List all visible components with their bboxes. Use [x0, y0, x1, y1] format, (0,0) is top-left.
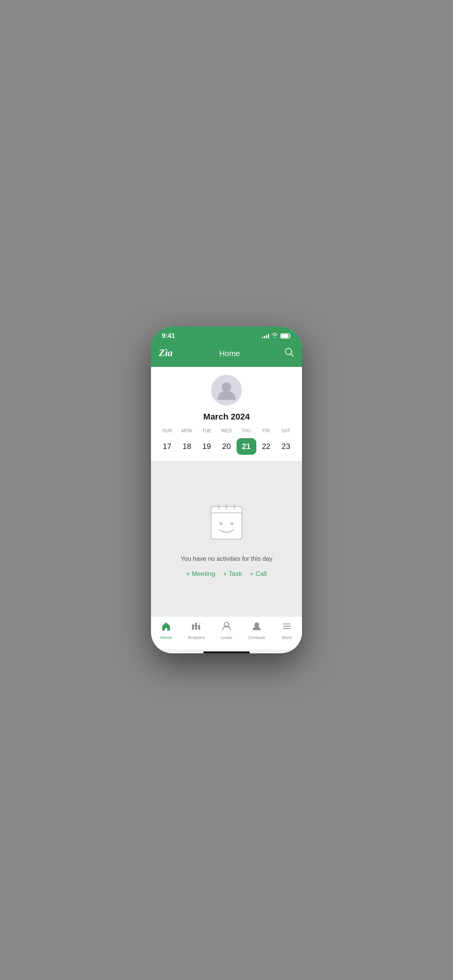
top-nav: Zìa Home: [151, 343, 302, 367]
date-22[interactable]: 22: [256, 438, 276, 455]
status-icons: [262, 333, 291, 339]
analytics-icon: [191, 621, 201, 634]
calendar-dates: 17 18 19 20 21 22 23: [157, 438, 296, 455]
search-button[interactable]: [284, 347, 294, 360]
add-task-button[interactable]: + Task: [223, 570, 242, 578]
wifi-icon: [271, 333, 278, 339]
nav-item-more[interactable]: More: [273, 621, 300, 640]
more-icon: [282, 621, 292, 634]
empty-state: You have no activities for this day + Me…: [151, 461, 302, 616]
weekday-sun: SUN: [157, 427, 177, 435]
date-23[interactable]: 23: [276, 438, 296, 455]
calendar-weekdays: SUN MON TUE WED THU FRI SAT: [157, 427, 296, 435]
status-time: 9:41: [162, 332, 175, 340]
weekday-wed: WED: [216, 427, 236, 435]
weekday-sat: SAT: [276, 427, 296, 435]
avatar: [211, 375, 242, 406]
date-21[interactable]: 21: [237, 438, 256, 455]
contacts-label: Contacts: [248, 635, 265, 640]
calendar-section: March 2024 SUN MON TUE WED THU FRI SAT 1…: [151, 412, 302, 461]
weekday-thu: THU: [237, 427, 256, 435]
add-meeting-button[interactable]: + Meeting: [186, 570, 215, 578]
weekday-tue: TUE: [197, 427, 216, 435]
more-label: More: [282, 635, 292, 640]
svg-point-4: [222, 382, 231, 392]
empty-illustration: [203, 500, 250, 546]
nav-item-analytics[interactable]: Analytics: [183, 621, 210, 640]
analytics-label: Analytics: [188, 635, 205, 640]
page-title: Home: [219, 349, 240, 358]
signal-icon: [262, 334, 269, 338]
status-bar: 9:41: [151, 327, 302, 343]
nav-item-contacts[interactable]: Contacts: [243, 621, 270, 640]
svg-rect-14: [198, 625, 200, 630]
date-18[interactable]: 18: [177, 438, 197, 455]
leads-label: Leads: [221, 635, 232, 640]
main-content: March 2024 SUN MON TUE WED THU FRI SAT 1…: [151, 367, 302, 616]
app-logo: Zìa: [159, 346, 175, 361]
home-icon: [161, 621, 171, 634]
svg-rect-1: [281, 334, 288, 338]
svg-text:Zìa: Zìa: [159, 347, 173, 358]
date-20[interactable]: 20: [216, 438, 236, 455]
svg-rect-5: [211, 507, 242, 539]
profile-section: [151, 367, 302, 412]
bottom-nav: Home Analytics Leads: [151, 616, 302, 649]
home-label: Home: [160, 635, 172, 640]
svg-point-11: [230, 522, 233, 525]
date-19[interactable]: 19: [197, 438, 216, 455]
home-indicator: [203, 651, 250, 653]
weekday-mon: MON: [177, 427, 197, 435]
empty-message: You have no activities for this day: [181, 555, 273, 562]
svg-point-10: [220, 522, 223, 525]
add-call-button[interactable]: + Call: [250, 570, 267, 578]
calendar-month: March 2024: [157, 412, 296, 422]
nav-item-leads[interactable]: Leads: [213, 621, 240, 640]
quick-actions: + Meeting + Task + Call: [186, 570, 267, 578]
phone-container: 9:41: [151, 327, 302, 653]
date-17[interactable]: 17: [157, 438, 177, 455]
leads-icon: [221, 621, 232, 634]
contacts-icon: [252, 621, 262, 634]
weekday-fri: FRI: [256, 427, 276, 435]
battery-icon: [280, 333, 291, 339]
nav-item-home[interactable]: Home: [153, 621, 180, 640]
